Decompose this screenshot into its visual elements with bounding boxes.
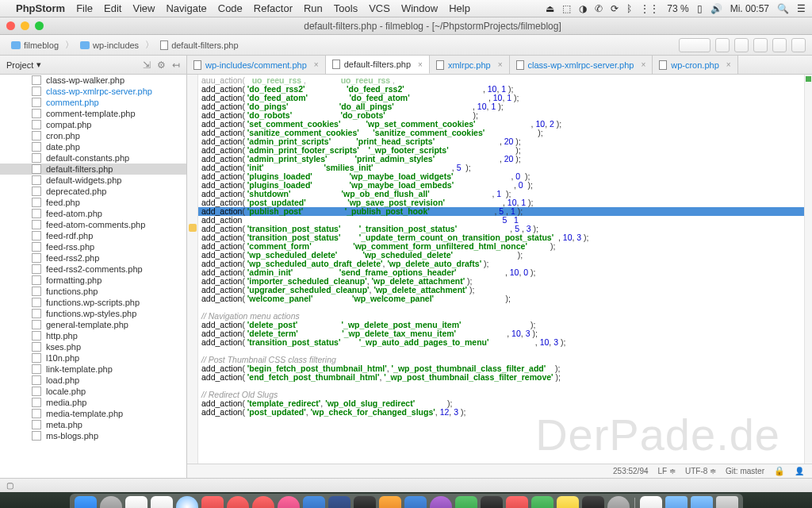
file-tree-item[interactable]: feed-rss2.php <box>0 252 186 264</box>
file-tree-item[interactable]: http.php <box>0 330 186 341</box>
file-tree-item[interactable]: feed-rss.php <box>0 241 186 252</box>
file-tree-item[interactable]: feed-atom-comments.php <box>0 219 186 230</box>
editor-tab[interactable]: class-wp-xmlrpc-server.php× <box>510 56 653 74</box>
run-config-dropdown[interactable] <box>679 38 710 52</box>
file-tree-item[interactable]: class-wp-xmlrpc-server.php <box>0 86 186 97</box>
editor-tab[interactable]: xmlrpc.php× <box>430 56 510 74</box>
file-tree-item[interactable]: functions.wp-scripts.php <box>0 297 186 308</box>
clock[interactable]: Mi. 00:57 <box>730 3 769 14</box>
file-tree-item[interactable]: formatting.php <box>0 275 186 286</box>
dock-app[interactable] <box>125 496 147 508</box>
dock-phpstorm[interactable] <box>430 496 452 508</box>
file-tree-item[interactable]: feed.php <box>0 197 186 208</box>
dock-terminal[interactable] <box>582 496 604 508</box>
close-tab-icon[interactable]: × <box>314 60 319 69</box>
dock-appstore[interactable] <box>303 496 325 508</box>
inspection-profile-icon[interactable]: 👤 <box>795 467 804 475</box>
menu-refactor[interactable]: Refactor <box>254 2 293 14</box>
close-tab-icon[interactable]: × <box>418 60 423 69</box>
file-tree-item[interactable]: locale.php <box>0 386 186 397</box>
phone-icon[interactable]: ✆ <box>595 3 603 14</box>
file-tree-item[interactable]: functions.wp-styles.php <box>0 308 186 319</box>
collapse-icon[interactable]: ⇲ <box>143 60 151 71</box>
file-tree-item[interactable]: media-template.php <box>0 408 186 419</box>
menu-code[interactable]: Code <box>218 2 243 14</box>
vcs-button[interactable] <box>715 38 730 52</box>
file-tree-item[interactable]: default-constants.php <box>0 152 186 164</box>
dock-app[interactable] <box>201 496 224 508</box>
file-tree-item[interactable]: compat.php <box>0 119 186 130</box>
dock-downloads[interactable] <box>665 496 688 508</box>
window-close-button[interactable] <box>6 21 15 30</box>
refresh-icon[interactable]: ⟳ <box>611 3 619 14</box>
app-menu[interactable]: PhpStorm <box>16 2 65 14</box>
menu-view[interactable]: View <box>132 2 155 14</box>
settings-icon[interactable]: ⚙ <box>157 60 166 71</box>
dock-app[interactable] <box>640 496 662 508</box>
file-tree-item[interactable]: feed-atom.php <box>0 208 186 219</box>
file-tree-item[interactable]: functions.php <box>0 286 186 297</box>
dock-safari[interactable] <box>176 496 198 508</box>
git-branch[interactable]: Git: master <box>726 467 764 475</box>
dock-app[interactable] <box>227 496 249 508</box>
volume-icon[interactable]: 🔊 <box>710 3 722 14</box>
close-tab-icon[interactable]: × <box>498 60 503 69</box>
dock-app[interactable] <box>404 496 427 508</box>
file-tree-item[interactable]: default-widgets.php <box>0 175 186 186</box>
dropbox-icon[interactable]: ⬚ <box>562 3 571 14</box>
menu-tools[interactable]: Tools <box>334 2 358 14</box>
file-tree-item[interactable]: default-filters.php <box>0 164 186 175</box>
menu-run[interactable]: Run <box>304 2 323 14</box>
tray-icon[interactable]: ⏏ <box>546 3 554 14</box>
undo-button[interactable] <box>772 38 787 52</box>
dock-finder[interactable] <box>75 496 97 508</box>
line-separator[interactable]: LF ≑ <box>658 467 676 475</box>
menu-vcs[interactable]: VCS <box>369 2 390 14</box>
file-tree-item[interactable]: kses.php <box>0 341 186 352</box>
battery-indicator[interactable]: 73 % <box>667 3 688 14</box>
menu-edit[interactable]: Edit <box>104 2 121 14</box>
file-tree-item[interactable]: feed-rss2-comments.php <box>0 264 186 275</box>
tray-icon[interactable]: ◑ <box>579 3 587 14</box>
error-stripe[interactable] <box>804 75 812 464</box>
code-editor[interactable]: auu_action( uo_reeu_rss , uo_reeu_rss , … <box>198 75 804 464</box>
file-tree-item[interactable]: comment-template.php <box>0 108 186 119</box>
dock-app[interactable] <box>481 496 503 508</box>
file-tree-item[interactable]: cron.php <box>0 130 186 141</box>
menu-window[interactable]: Window <box>401 2 438 14</box>
file-tree-item[interactable]: media.php <box>0 397 186 408</box>
menu-navigate[interactable]: Navigate <box>166 2 206 14</box>
readonly-lock-icon[interactable]: 🔒 <box>774 466 785 476</box>
dock-calendar[interactable] <box>151 496 173 508</box>
file-tree-item[interactable]: feed-rdf.php <box>0 230 186 241</box>
dock-app[interactable] <box>100 496 122 508</box>
window-zoom-button[interactable] <box>35 21 44 30</box>
gutter-warning-icon[interactable] <box>189 224 197 232</box>
file-tree-item[interactable]: comment.php <box>0 97 186 108</box>
dock-app[interactable] <box>455 496 477 508</box>
dock-app[interactable] <box>531 496 553 508</box>
file-encoding[interactable]: UTF-8 ≑ <box>685 467 716 475</box>
vcs-button[interactable] <box>734 38 749 52</box>
vcs-button[interactable] <box>753 38 768 52</box>
editor-tab[interactable]: wp-includes/comment.php× <box>187 56 326 74</box>
window-minimize-button[interactable] <box>21 21 29 30</box>
project-tool-header[interactable]: Project ▾ ⇲ ⚙ ↤ <box>0 56 186 75</box>
dock-settings[interactable] <box>607 496 630 508</box>
bluetooth-icon[interactable]: ᛒ <box>626 3 632 14</box>
file-tree-item[interactable]: class-wp-walker.php <box>0 75 186 86</box>
dock-app[interactable] <box>252 496 274 508</box>
notification-icon[interactable]: ☰ <box>797 3 806 14</box>
dock-folder[interactable] <box>691 496 713 508</box>
breadcrumb-root[interactable]: filmeblog <box>6 39 63 52</box>
file-tree-item[interactable]: general-template.php <box>0 319 186 330</box>
breadcrumb-file[interactable]: default-filters.php <box>155 39 243 52</box>
dock-app[interactable] <box>379 496 401 508</box>
dock-itunes[interactable] <box>278 496 300 508</box>
search-button[interactable] <box>791 38 806 52</box>
close-tab-icon[interactable]: × <box>726 60 731 69</box>
editor-gutter[interactable] <box>187 75 198 464</box>
tool-window-toggle-icon[interactable]: ▢ <box>6 481 13 490</box>
breadcrumb-folder[interactable]: wp-includes <box>75 39 144 52</box>
menu-file[interactable]: File <box>76 2 93 14</box>
